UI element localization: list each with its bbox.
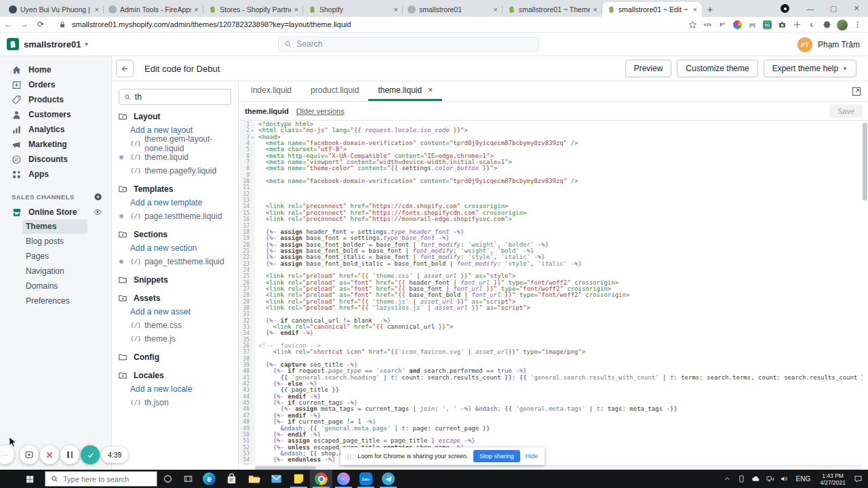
- sidebar-item-online-store[interactable]: Online Store: [0, 205, 111, 220]
- loom-extension-icon[interactable]: L: [807, 20, 817, 30]
- taskbar-search[interactable]: [45, 471, 157, 487]
- code-area[interactable]: 1<!doctype html>2▾<html class="no-js" la…: [239, 121, 863, 464]
- folder-config[interactable]: Config: [112, 350, 238, 364]
- horizontal-scrollbar[interactable]: [255, 465, 861, 470]
- puzzle-extension-icon[interactable]: [822, 20, 832, 30]
- sidebar-item-home[interactable]: Home: [0, 62, 111, 77]
- editor-tab-index.liquid[interactable]: index.liquid: [241, 81, 301, 101]
- tab-close-icon[interactable]: ×: [494, 6, 498, 14]
- file-item[interactable]: {/}theme.pagefly.liquid: [112, 164, 238, 178]
- admin-search[interactable]: [278, 37, 539, 52]
- folder-layout[interactable]: Layout: [112, 109, 238, 123]
- loom-cancel-button[interactable]: ✕: [40, 445, 59, 464]
- phone-icon[interactable]: [736, 470, 748, 488]
- customize-theme-button[interactable]: Customize theme: [677, 60, 757, 77]
- add-new-link[interactable]: Add a new locale: [112, 382, 238, 396]
- file-item[interactable]: {/}page.testtheme.liquid: [112, 209, 238, 223]
- save-button[interactable]: Save: [829, 104, 863, 118]
- fold-marker[interactable]: ▾: [250, 127, 255, 134]
- minimize-button[interactable]: —: [799, 0, 822, 17]
- winstore-app-icon[interactable]: [220, 470, 243, 488]
- file-item[interactable]: {/}page_testtheme.liquid: [112, 255, 238, 268]
- paren-extension-icon[interactable]: (n): [747, 20, 757, 30]
- older-versions-link[interactable]: Older versions: [296, 107, 344, 115]
- fire-extension-icon[interactable]: F°: [717, 20, 728, 30]
- sidebar-item-navigation[interactable]: Navigation: [22, 264, 87, 279]
- sidebar-item-customers[interactable]: Customers: [0, 107, 111, 122]
- folder-sections[interactable]: Sections: [112, 227, 238, 241]
- speaker-icon[interactable]: [778, 470, 791, 488]
- tab-close-icon[interactable]: ×: [95, 6, 99, 14]
- tab-close-icon[interactable]: ×: [394, 6, 398, 14]
- media-control-icon[interactable]: [781, 4, 789, 13]
- edge-app-icon[interactable]: e: [198, 470, 220, 488]
- messenger-app-icon[interactable]: [332, 470, 355, 488]
- sg-extension-icon[interactable]: 5G: [762, 20, 772, 30]
- vertical-scrollbar[interactable]: [863, 123, 867, 463]
- browser-tab[interactable]: Shopify×: [303, 2, 403, 17]
- file-search-input[interactable]: [135, 92, 226, 102]
- sticky-app-icon[interactable]: [288, 470, 310, 488]
- browser-tab[interactable]: Admin Tools - FireApps×: [104, 2, 203, 17]
- close-button[interactable]: ✕: [845, 0, 868, 17]
- tab-close-icon[interactable]: ×: [195, 6, 199, 14]
- browser-tab[interactable]: Stores - Shopify Partners×: [203, 2, 303, 17]
- sidebar-item-preferences[interactable]: Preferences: [22, 294, 87, 308]
- folder-assets[interactable]: Assets: [112, 291, 238, 305]
- sidebar-item-marketing[interactable]: Marketing: [0, 137, 111, 152]
- hide-button[interactable]: Hide: [526, 453, 538, 460]
- action-center-icon[interactable]: [852, 470, 864, 488]
- sidebar-item-blog-posts[interactable]: Blog posts: [22, 235, 87, 249]
- network-icon[interactable]: [764, 470, 776, 488]
- task-view-icon[interactable]: [178, 470, 198, 488]
- folder-templates[interactable]: Templates: [112, 182, 238, 196]
- taskbar-clock[interactable]: 1:43 PM 4/27/2021: [816, 472, 850, 486]
- onedrive-cloud-icon[interactable]: [750, 470, 762, 488]
- expert-theme-help-button[interactable]: Expert theme help▼: [764, 60, 856, 77]
- tab-close-icon[interactable]: ×: [693, 6, 697, 14]
- folder-locales[interactable]: Locales: [112, 368, 238, 382]
- file-item[interactable]: {/}theme.liquid: [112, 150, 238, 164]
- browser-tab[interactable]: smallstrore01×: [403, 2, 502, 17]
- sidebar-item-orders[interactable]: Orders: [0, 77, 111, 92]
- crosshair-extension-icon[interactable]: [792, 20, 802, 30]
- add-new-link[interactable]: Add a new section: [112, 241, 238, 255]
- browser-tab[interactable]: smallstrore01 ~ Themes ~ Shop×: [502, 2, 602, 17]
- code-extension-icon[interactable]: </>: [703, 20, 713, 30]
- sidebar-item-discounts[interactable]: Discounts: [0, 152, 111, 167]
- admin-search-input[interactable]: [296, 39, 533, 49]
- fullscreen-icon[interactable]: [851, 86, 862, 97]
- store-name[interactable]: smallstrore01: [24, 39, 81, 49]
- forward-icon[interactable]: →: [16, 20, 33, 29]
- language-indicator[interactable]: ENG: [793, 475, 814, 483]
- loom-finish-button[interactable]: [81, 445, 100, 464]
- camera-extension-icon[interactable]: [777, 20, 787, 30]
- shopify-logo-icon[interactable]: [7, 38, 19, 50]
- sidebar-item-pages[interactable]: Pages: [22, 249, 87, 264]
- fold-marker[interactable]: ▾: [250, 134, 255, 140]
- sidebar-item-themes[interactable]: Themes: [22, 220, 87, 234]
- sidebar-item-apps[interactable]: Apps: [0, 167, 111, 182]
- user-menu[interactable]: PT Phạm Trâm: [797, 33, 860, 56]
- bookmark-star-icon[interactable]: [688, 20, 698, 30]
- zalo-app-icon[interactable]: Zalo: [355, 470, 377, 488]
- url-text[interactable]: smallstrore01.myshopify.com/admin/themes…: [72, 20, 351, 28]
- file-item[interactable]: {/}theme.css: [112, 319, 238, 332]
- mail-app-icon[interactable]: [265, 470, 288, 488]
- colors-extension-icon[interactable]: [732, 20, 743, 30]
- browser-profile-avatar[interactable]: [837, 20, 848, 30]
- refresh-icon[interactable]: ⟳: [33, 20, 49, 29]
- browser-menu-icon[interactable]: ⋮: [852, 20, 863, 30]
- file-search[interactable]: [119, 89, 231, 105]
- start-button[interactable]: [15, 470, 45, 488]
- maximize-button[interactable]: ▢: [822, 0, 845, 17]
- padlock-icon[interactable]: [58, 20, 66, 28]
- cortana-icon[interactable]: [157, 470, 178, 488]
- back-button[interactable]: [116, 60, 134, 77]
- sidebar-item-analytics[interactable]: Analytics: [0, 122, 111, 137]
- eye-icon[interactable]: [93, 207, 102, 217]
- tab-close-icon[interactable]: ×: [294, 6, 298, 14]
- add-channel-icon[interactable]: [94, 192, 102, 201]
- editor-tab-theme.liquid[interactable]: theme.liquid×: [368, 81, 442, 101]
- scrollbar-thumb[interactable]: [863, 123, 867, 201]
